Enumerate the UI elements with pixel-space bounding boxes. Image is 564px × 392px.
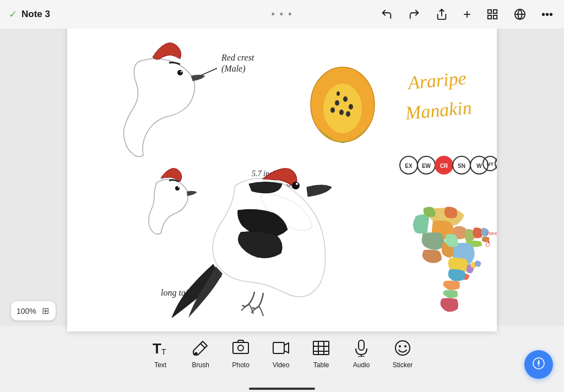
brush-tool-icon	[192, 338, 209, 358]
svg-point-46	[486, 243, 490, 247]
svg-rect-1	[488, 10, 491, 13]
svg-text:NY: NY	[487, 161, 494, 167]
audio-tool-label: Audio	[353, 361, 370, 369]
add-button[interactable]: +	[461, 4, 473, 24]
svg-rect-3	[488, 15, 491, 19]
globe-button[interactable]	[512, 6, 528, 23]
svg-point-51	[238, 345, 243, 351]
svg-text:Red crest: Red crest	[221, 53, 254, 62]
tool-item-audio[interactable]: Audio	[344, 334, 379, 373]
svg-point-20	[337, 91, 340, 96]
grid-button[interactable]	[484, 6, 501, 23]
svg-text:CR: CR	[440, 163, 448, 169]
svg-text:T: T	[161, 347, 166, 356]
top-bar-left: ✓ Note 3	[9, 8, 191, 20]
svg-point-18	[330, 107, 335, 113]
note-title: Note 3	[21, 9, 50, 20]
top-bar: ✓ Note 3 • • • +	[0, 0, 564, 29]
tool-item-text[interactable]: T T Text	[143, 334, 178, 373]
table-tool-label: Table	[313, 361, 329, 369]
svg-text:W: W	[476, 163, 482, 169]
svg-text:Araripe: Araripe	[406, 68, 467, 93]
tool-item-table[interactable]: Table	[303, 334, 339, 373]
top-bar-center: • • •	[191, 9, 373, 20]
svg-point-63	[399, 345, 401, 347]
svg-point-41	[292, 182, 300, 189]
svg-text:here!: here!	[487, 231, 497, 236]
text-tool-label: Text	[154, 361, 166, 369]
undo-button[interactable]	[378, 6, 395, 23]
check-icon: ✓	[9, 8, 17, 20]
svg-rect-2	[494, 10, 497, 13]
svg-line-49	[200, 344, 205, 348]
svg-marker-53	[284, 343, 289, 353]
svg-point-19	[346, 111, 350, 117]
svg-text:SN: SN	[458, 163, 465, 169]
top-bar-right: + •••	[373, 4, 555, 24]
photo-tool-label: Photo	[232, 361, 249, 369]
svg-point-40	[178, 187, 179, 188]
share-button[interactable]	[433, 6, 450, 23]
svg-text:EW: EW	[422, 163, 431, 169]
sticker-tool-label: Sticker	[393, 361, 413, 369]
svg-point-17	[339, 110, 344, 115]
canvas-area: Red crest (Male)	[0, 29, 564, 326]
redo-button[interactable]	[406, 6, 422, 23]
note-canvas: Red crest (Male)	[67, 23, 497, 331]
svg-marker-66	[538, 359, 540, 364]
expand-button[interactable]: ⊞	[41, 304, 50, 317]
svg-text:long tail.: long tail.	[161, 288, 193, 298]
svg-point-42	[296, 183, 298, 185]
svg-point-11	[181, 71, 182, 73]
bottom-toolbar-inner: T T Text Brush	[143, 334, 422, 373]
audio-tool-icon	[352, 338, 370, 358]
home-indicator	[249, 388, 315, 390]
fab-button[interactable]	[524, 350, 553, 379]
svg-point-10	[177, 70, 183, 75]
more-button[interactable]: •••	[539, 6, 555, 23]
zoom-controls: 100% ⊞	[11, 301, 56, 320]
bottom-toolbar: T T Text Brush	[0, 326, 564, 381]
tool-item-brush[interactable]: Brush	[183, 334, 219, 373]
svg-text:EX: EX	[405, 163, 413, 169]
svg-point-14	[335, 100, 339, 106]
svg-point-62	[395, 341, 410, 355]
svg-rect-4	[494, 15, 497, 19]
svg-text:Manakin: Manakin	[404, 97, 473, 123]
svg-point-64	[404, 345, 406, 347]
tool-item-photo[interactable]: Photo	[223, 334, 259, 373]
svg-rect-50	[233, 342, 248, 353]
svg-rect-52	[273, 342, 284, 353]
sticker-tool-icon	[394, 338, 411, 358]
tool-item-sticker[interactable]: Sticker	[384, 334, 422, 373]
svg-rect-54	[313, 341, 329, 355]
photo-tool-icon	[232, 338, 250, 358]
svg-text:(Male): (Male)	[221, 64, 246, 74]
brush-tool-label: Brush	[192, 361, 209, 369]
svg-point-15	[343, 96, 348, 102]
table-tool-icon	[312, 338, 330, 358]
svg-text:T: T	[153, 340, 161, 357]
svg-point-13	[323, 84, 362, 133]
tool-item-video[interactable]: Video	[263, 334, 299, 373]
svg-rect-59	[359, 340, 364, 350]
zoom-level: 100%	[17, 307, 36, 315]
video-tool-icon	[272, 338, 290, 358]
text-tool-icon: T T	[151, 338, 169, 358]
video-tool-label: Video	[273, 361, 289, 369]
center-dots-icon[interactable]: • • •	[272, 9, 293, 20]
svg-point-16	[349, 104, 353, 110]
compass-icon	[532, 357, 545, 373]
